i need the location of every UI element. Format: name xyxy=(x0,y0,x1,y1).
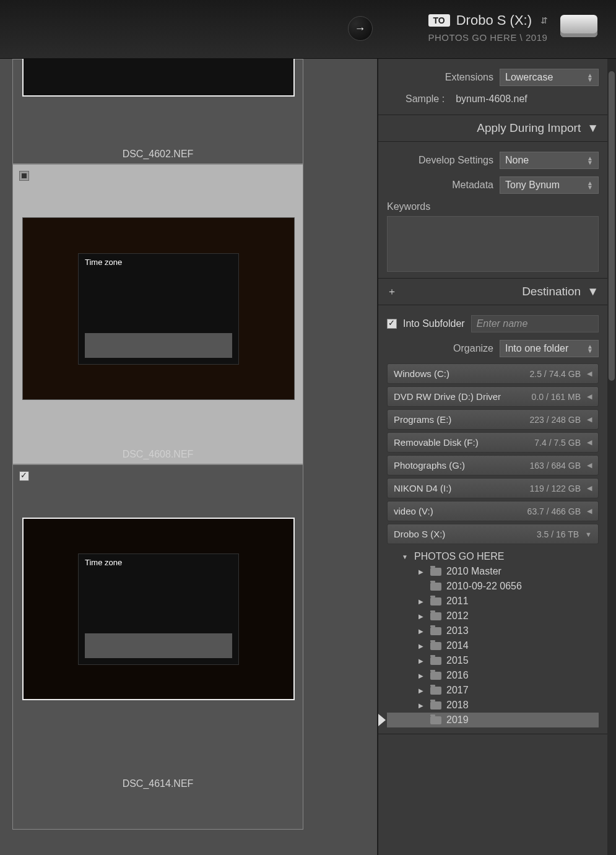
lcd-title: Time zone xyxy=(85,258,122,267)
volume-size: 63.7 / 466 GB xyxy=(527,506,581,516)
pick-checkbox[interactable] xyxy=(19,171,29,181)
folder-icon xyxy=(430,583,441,591)
volume-row[interactable]: Removable Disk (F:) 7.4 / 7.5 GB ◀ xyxy=(387,432,599,453)
collapse-icon: ▼ xyxy=(587,285,599,298)
tree-folder[interactable]: ▶ 2010 Master xyxy=(387,564,599,579)
volume-row[interactable]: DVD RW Drive (D:) Driver 0.0 / 161 MB ◀ xyxy=(387,386,599,407)
extensions-select[interactable]: Lowercase ▲▼ xyxy=(500,69,599,86)
tree-folder[interactable]: ▶ 2018 xyxy=(387,698,599,713)
folder-icon xyxy=(430,642,441,650)
thumbnail-grid: DSC_4602.NEF Time zone DSC_4608.NEF Time… xyxy=(0,59,378,855)
tree-folder[interactable]: ▶ 2014 xyxy=(387,638,599,653)
volume-name: Drobo S (X:) xyxy=(394,529,445,539)
disclosure-icon: ▶ xyxy=(417,643,425,649)
folder-name: 2017 xyxy=(446,685,469,696)
folder-icon xyxy=(430,657,441,665)
thumbnail-image: Time zone xyxy=(22,217,295,400)
volume-name: NIKON D4 (I:) xyxy=(394,483,451,493)
organize-select[interactable]: Into one folder ▲▼ xyxy=(500,340,599,357)
top-destination-bar: → TO Drobo S (X:) ⇵ PHOTOS GO HERE \ 201… xyxy=(0,0,616,59)
tree-folder[interactable]: ▶ 2016 xyxy=(387,668,599,683)
thumbnail-cell[interactable]: Time zone DSC_4614.NEF xyxy=(12,464,303,830)
destination-header-panel[interactable]: ＋ Destination ▼ xyxy=(378,279,607,305)
folder-icon xyxy=(430,672,441,680)
volume-name: video (V:) xyxy=(394,506,433,516)
destination-header[interactable]: TO Drobo S (X:) ⇵ PHOTOS GO HERE \ 2019 xyxy=(428,12,548,43)
drive-dropdown-icon[interactable]: ⇵ xyxy=(540,15,548,25)
tree-folder[interactable]: ▶ 2015 xyxy=(387,653,599,668)
collapse-icon: ▼ xyxy=(587,121,599,135)
volume-row[interactable]: Drobo S (X:) 3.5 / 16 TB ▼ xyxy=(387,524,599,544)
tree-folder[interactable]: 2010-09-22 0656 xyxy=(387,579,599,594)
folder-name: 2013 xyxy=(446,625,469,636)
thumbnail-filename: DSC_4614.NEF xyxy=(13,778,303,789)
folder-icon xyxy=(430,568,441,576)
scrollbar-thumb[interactable] xyxy=(609,71,615,381)
thumbnail-cell[interactable]: Time zone DSC_4608.NEF xyxy=(12,164,303,464)
updown-icon: ▲▼ xyxy=(587,344,593,353)
destination-drive-name: Drobo S (X:) xyxy=(456,12,532,28)
tree-folder[interactable]: ▶ 2013 xyxy=(387,623,599,638)
volume-name: Programs (E:) xyxy=(394,414,451,425)
volume-size: 0.0 / 161 MB xyxy=(532,392,581,402)
harddrive-icon xyxy=(560,15,597,37)
keywords-label: Keywords xyxy=(387,201,430,212)
folder-icon xyxy=(430,687,441,695)
volume-size: 119 / 122 GB xyxy=(529,484,581,493)
develop-settings-select[interactable]: None ▲▼ xyxy=(500,152,599,169)
volume-row[interactable]: NIKON D4 (I:) 119 / 122 GB ◀ xyxy=(387,478,599,498)
organize-value: Into one folder xyxy=(505,343,568,354)
folder-icon xyxy=(430,701,441,710)
expand-icon: ◀ xyxy=(587,415,592,423)
metadata-select[interactable]: Tony Bynum ▲▼ xyxy=(500,176,599,194)
volume-row[interactable]: video (V:) 63.7 / 466 GB ◀ xyxy=(387,501,599,521)
apply-during-import-header[interactable]: Apply During Import ▼ xyxy=(378,115,607,142)
disclosure-icon: ▶ xyxy=(417,658,425,664)
disclosure-icon: ▼ xyxy=(401,553,409,560)
tree-folder[interactable]: ▶ 2017 xyxy=(387,683,599,698)
disclosure-icon: ▶ xyxy=(417,568,425,575)
volume-name: DVD RW Drive (D:) Driver xyxy=(394,391,501,402)
volume-row[interactable]: Programs (E:) 223 / 248 GB ◀ xyxy=(387,409,599,430)
develop-value: None xyxy=(505,155,529,166)
lcd-title: Time zone xyxy=(85,558,122,567)
into-subfolder-label: Into Subfolder xyxy=(403,318,465,329)
tree-folder[interactable]: ▶ 2012 xyxy=(387,609,599,623)
keywords-input[interactable] xyxy=(387,216,599,272)
scrollbar[interactable] xyxy=(607,59,616,855)
extensions-value: Lowercase xyxy=(505,72,553,83)
destination-path: PHOTOS GO HERE \ 2019 xyxy=(428,32,548,43)
volume-row[interactable]: Photographs (G:) 163 / 684 GB ◀ xyxy=(387,455,599,475)
disclosure-icon: ▶ xyxy=(417,628,425,635)
sample-filename: bynum-4608.nef xyxy=(456,93,527,105)
subfolder-name-input[interactable]: Enter name xyxy=(471,315,599,332)
thumbnail-image: Time zone xyxy=(22,518,295,700)
updown-icon: ▲▼ xyxy=(587,181,593,189)
add-icon[interactable]: ＋ xyxy=(387,285,397,298)
destination-section: Into Subfolder Enter name Organize Into … xyxy=(378,305,607,734)
expand-icon: ▼ xyxy=(585,531,592,538)
folder-icon xyxy=(430,597,441,605)
disclosure-icon: ▶ xyxy=(417,687,425,694)
file-naming-section: Extensions Lowercase ▲▼ Sample : bynum-4… xyxy=(378,59,607,115)
expand-icon: ◀ xyxy=(587,484,592,492)
volume-size: 163 / 684 GB xyxy=(529,461,581,471)
into-subfolder-checkbox[interactable] xyxy=(387,319,397,329)
tree-folder-root[interactable]: ▼ PHOTOS GO HERE xyxy=(387,549,599,564)
tree-folder[interactable]: ▶ 2011 xyxy=(387,594,599,609)
thumbnail-cell[interactable]: DSC_4602.NEF xyxy=(12,59,303,164)
volume-name: Photographs (G:) xyxy=(394,460,465,471)
expand-icon: ◀ xyxy=(587,438,592,446)
folder-name: 2019 xyxy=(446,714,469,726)
folder-name: 2010-09-22 0656 xyxy=(446,581,522,592)
import-arrow-icon[interactable]: → xyxy=(348,16,373,41)
pick-checkbox[interactable] xyxy=(19,471,29,481)
right-panel: Extensions Lowercase ▲▼ Sample : bynum-4… xyxy=(378,59,616,855)
metadata-value: Tony Bynum xyxy=(505,180,560,191)
thumbnail-image xyxy=(22,59,295,97)
folder-name: 2018 xyxy=(446,700,469,711)
volume-row[interactable]: Windows (C:) 2.5 / 74.4 GB ◀ xyxy=(387,363,599,384)
thumbnail-filename: DSC_4608.NEF xyxy=(13,449,303,460)
tree-folder[interactable]: 2019 xyxy=(387,713,599,727)
folder-name: PHOTOS GO HERE xyxy=(414,551,505,562)
